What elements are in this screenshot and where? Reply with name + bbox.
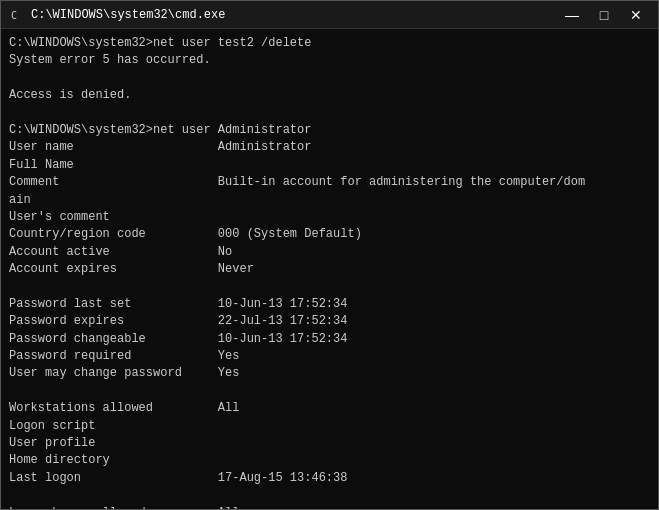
window-title: C:\WINDOWS\system32\cmd.exe bbox=[31, 8, 225, 22]
terminal-line: Workstations allowed All bbox=[9, 400, 650, 417]
terminal-line: System error 5 has occurred. bbox=[9, 52, 650, 69]
terminal-line bbox=[9, 383, 650, 400]
terminal-line: Last logon 17-Aug-15 13:46:38 bbox=[9, 470, 650, 487]
maximize-button[interactable]: □ bbox=[590, 5, 618, 25]
cmd-icon: C bbox=[9, 7, 25, 23]
terminal-line: User name Administrator bbox=[9, 139, 650, 156]
terminal-line: C:\WINDOWS\system32>net user Administrat… bbox=[9, 122, 650, 139]
terminal-line bbox=[9, 278, 650, 295]
title-bar-left: C C:\WINDOWS\system32\cmd.exe bbox=[9, 7, 225, 23]
terminal-line: Password expires 22-Jul-13 17:52:34 bbox=[9, 313, 650, 330]
terminal-line: Password changeable 10-Jun-13 17:52:34 bbox=[9, 331, 650, 348]
terminal-line bbox=[9, 487, 650, 504]
title-bar-controls: — □ ✕ bbox=[558, 5, 650, 25]
terminal-line bbox=[9, 105, 650, 122]
terminal-line: Access is denied. bbox=[9, 87, 650, 104]
terminal-line: Account expires Never bbox=[9, 261, 650, 278]
terminal-line: Full Name bbox=[9, 157, 650, 174]
terminal-line: C:\WINDOWS\system32>net user test2 /dele… bbox=[9, 35, 650, 52]
terminal-line: Logon script bbox=[9, 418, 650, 435]
title-bar: C C:\WINDOWS\system32\cmd.exe — □ ✕ bbox=[1, 1, 658, 29]
terminal-line: Logon hours allowed All bbox=[9, 505, 650, 509]
terminal-line: User profile bbox=[9, 435, 650, 452]
terminal-line: ain bbox=[9, 192, 650, 209]
terminal-line: User's comment bbox=[9, 209, 650, 226]
close-button[interactable]: ✕ bbox=[622, 5, 650, 25]
terminal-line: Password last set 10-Jun-13 17:52:34 bbox=[9, 296, 650, 313]
terminal-output[interactable]: C:\WINDOWS\system32>net user test2 /dele… bbox=[1, 29, 658, 509]
terminal-line: Password required Yes bbox=[9, 348, 650, 365]
terminal-line: Home directory bbox=[9, 452, 650, 469]
terminal-line: User may change password Yes bbox=[9, 365, 650, 382]
minimize-button[interactable]: — bbox=[558, 5, 586, 25]
svg-text:C: C bbox=[11, 10, 17, 21]
terminal-line bbox=[9, 70, 650, 87]
terminal-line: Country/region code 000 (System Default) bbox=[9, 226, 650, 243]
terminal-line: Comment Built-in account for administeri… bbox=[9, 174, 650, 191]
cmd-window: C C:\WINDOWS\system32\cmd.exe — □ ✕ C:\W… bbox=[0, 0, 659, 510]
terminal-line: Account active No bbox=[9, 244, 650, 261]
